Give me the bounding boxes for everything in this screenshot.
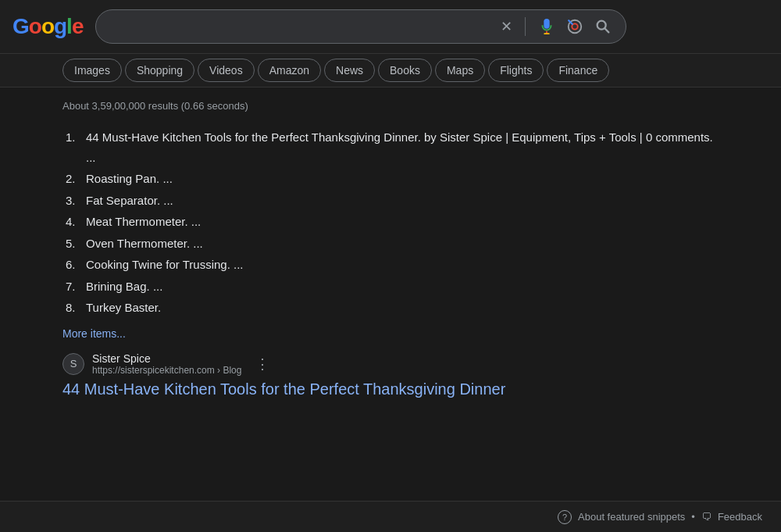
favicon: S	[62, 353, 84, 375]
list-item-text: Cooking Twine for Trussing. ...	[86, 255, 243, 275]
list-item-text: Meat Thermometer. ...	[86, 212, 201, 232]
feedback-button[interactable]: Feedback	[718, 511, 762, 523]
list-item-num: 6.	[66, 255, 81, 275]
search-bar: best Thanksgiving kitchen gadgets for ho…	[95, 9, 626, 44]
tab-videos[interactable]: Videos	[198, 59, 255, 82]
list-item-num: 5.	[66, 234, 81, 254]
tab-maps[interactable]: Maps	[435, 59, 485, 82]
voice-search-button[interactable]	[537, 16, 557, 37]
list-item: 3. Fat Separator. ...	[62, 191, 719, 211]
search-icons: ✕	[499, 16, 613, 37]
tab-amazon[interactable]: Amazon	[258, 59, 321, 82]
list-item-text: Roasting Pan. ...	[86, 169, 173, 189]
search-icon	[594, 18, 612, 35]
filter-bar: Images Shopping Videos Amazon News Books…	[0, 54, 781, 87]
svg-rect-1	[544, 33, 550, 34]
result-title-link[interactable]: 44 Must-Have Kitchen Tools for the Perfe…	[62, 379, 719, 399]
list-item-num: 7.	[66, 277, 81, 297]
more-items-link[interactable]: More items...	[62, 327, 126, 340]
list-item: 2. Roasting Pan. ...	[62, 169, 719, 189]
tab-shopping[interactable]: Shopping	[125, 59, 194, 82]
tab-finance[interactable]: Finance	[547, 59, 609, 82]
search-input[interactable]: best Thanksgiving kitchen gadgets for ho…	[109, 20, 493, 34]
tab-books[interactable]: Books	[378, 59, 432, 82]
results-list: 1. 44 Must-Have Kitchen Tools for the Pe…	[62, 127, 719, 318]
source-row: S Sister Spice https://sisterspicekitche…	[62, 352, 719, 376]
list-item-num: 8.	[66, 298, 81, 318]
lens-icon	[566, 18, 583, 35]
about-snippets-text: About featured snippets	[578, 511, 685, 523]
list-item: 5. Oven Thermometer. ...	[62, 234, 719, 254]
list-item-text: Fat Separator. ...	[86, 191, 173, 211]
separator: •	[691, 511, 695, 523]
tab-news[interactable]: News	[324, 59, 375, 82]
bottom-bar: ? About featured snippets • 🗨 Feedback	[0, 501, 781, 532]
snippet-box: 1. 44 Must-Have Kitchen Tools for the Pe…	[62, 124, 719, 412]
site-url: https://sisterspicekitchen.com › Blog	[92, 365, 241, 376]
tab-images[interactable]: Images	[62, 59, 122, 82]
list-item-num: 1.	[66, 127, 81, 167]
top-bar: Google best Thanksgiving kitchen gadgets…	[0, 0, 781, 54]
list-item: 6. Cooking Twine for Trussing. ...	[62, 255, 719, 275]
list-item: 4. Meat Thermometer. ...	[62, 212, 719, 232]
tab-flights[interactable]: Flights	[488, 59, 544, 82]
source-info: Sister Spice https://sisterspicekitchen.…	[92, 352, 241, 376]
results-count: About 3,59,00,000 results (0.66 seconds)	[62, 100, 719, 112]
divider	[525, 17, 526, 36]
list-item-text: 44 Must-Have Kitchen Tools for the Perfe…	[86, 127, 719, 167]
lens-button[interactable]	[565, 16, 585, 37]
site-name: Sister Spice	[92, 352, 241, 365]
list-item-text: Oven Thermometer. ...	[86, 234, 203, 254]
main-content: About 3,59,00,000 results (0.66 seconds)…	[0, 87, 781, 527]
list-item-num: 2.	[66, 169, 81, 189]
list-item-text: Turkey Baster.	[86, 298, 161, 318]
list-item-num: 3.	[66, 191, 81, 211]
list-item-num: 4.	[66, 212, 81, 232]
three-dot-menu-button[interactable]: ⋮	[252, 355, 273, 373]
list-item: 8. Turkey Baster.	[62, 298, 719, 318]
mic-icon	[538, 18, 555, 35]
help-icon: ?	[558, 510, 572, 524]
svg-line-5	[605, 28, 609, 32]
google-logo: Google	[12, 14, 83, 39]
list-item: 1. 44 Must-Have Kitchen Tools for the Pe…	[62, 127, 719, 167]
clear-button[interactable]: ✕	[499, 16, 514, 37]
list-item-text: Brining Bag. ...	[86, 277, 162, 297]
search-button[interactable]	[593, 16, 613, 37]
list-item: 7. Brining Bag. ...	[62, 277, 719, 297]
feedback-icon: 🗨	[701, 511, 711, 523]
